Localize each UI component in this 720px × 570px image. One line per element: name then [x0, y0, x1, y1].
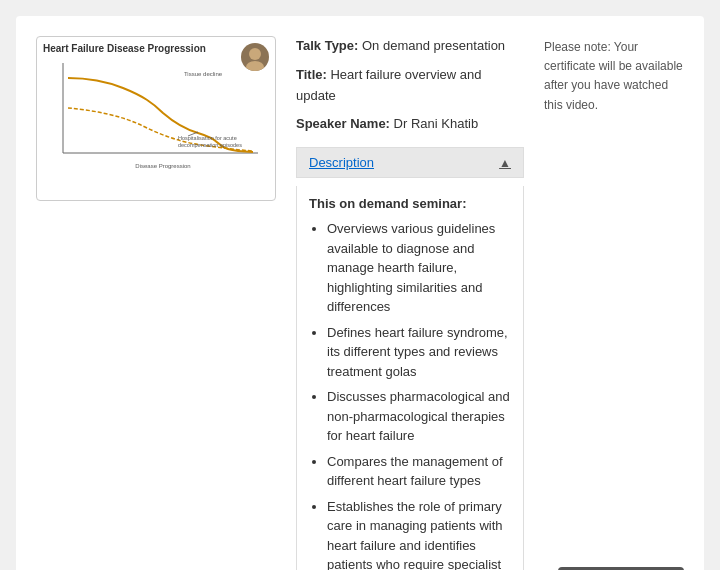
video-thumbnail[interactable]: Heart Failure Disease Progression: [36, 36, 276, 201]
seminar-intro: This on demand seminar:: [309, 196, 511, 211]
chart-area: Cardiac Function Disease Progression Tis…: [37, 54, 275, 174]
list-item: Discusses pharmacological and non-pharma…: [327, 387, 511, 446]
list-item: Defines heart failure syndrome, its diff…: [327, 323, 511, 382]
description-body: This on demand seminar: Overviews variou…: [296, 186, 524, 570]
list-item: Compares the management of different hea…: [327, 452, 511, 491]
talk-type-value: On demand presentation: [362, 38, 505, 53]
thumbnail-inner: Heart Failure Disease Progression: [37, 37, 275, 200]
speaker-label: Speaker Name:: [296, 116, 390, 131]
list-item: Overviews various guidelines available t…: [327, 219, 511, 317]
left-panel: Heart Failure Disease Progression: [36, 36, 276, 570]
svg-text:Disease Progression: Disease Progression: [135, 163, 190, 169]
talk-type-label: Talk Type:: [296, 38, 358, 53]
description-header-label: Description: [309, 155, 374, 170]
chevron-up-icon: ▲: [499, 156, 511, 170]
title-label: Title:: [296, 67, 327, 82]
svg-text:Hospitalisation for acute: Hospitalisation for acute: [178, 135, 237, 141]
main-card: Heart Failure Disease Progression: [16, 16, 704, 570]
svg-text:decompensation episodes: decompensation episodes: [178, 142, 242, 148]
description-list: Overviews various guidelines available t…: [309, 219, 511, 570]
speaker-row: Speaker Name: Dr Rani Khatib: [296, 114, 524, 135]
page-wrapper: Heart Failure Disease Progression: [0, 0, 720, 570]
middle-panel: Talk Type: On demand presentation Title:…: [296, 36, 524, 570]
right-panel: Please note: Your certificate will be av…: [544, 36, 684, 570]
svg-text:Tissue decline: Tissue decline: [184, 71, 223, 77]
talk-type-row: Talk Type: On demand presentation: [296, 36, 524, 57]
list-item: Establishes the role of primary care in …: [327, 497, 511, 570]
thumbnail-title: Heart Failure Disease Progression: [37, 37, 275, 54]
speaker-value: Dr Rani Khatib: [394, 116, 479, 131]
title-row: Title: Heart failure overview and update: [296, 65, 524, 107]
notice-text: Please note: Your certificate will be av…: [544, 40, 683, 112]
description-header[interactable]: Description ▲: [296, 147, 524, 178]
